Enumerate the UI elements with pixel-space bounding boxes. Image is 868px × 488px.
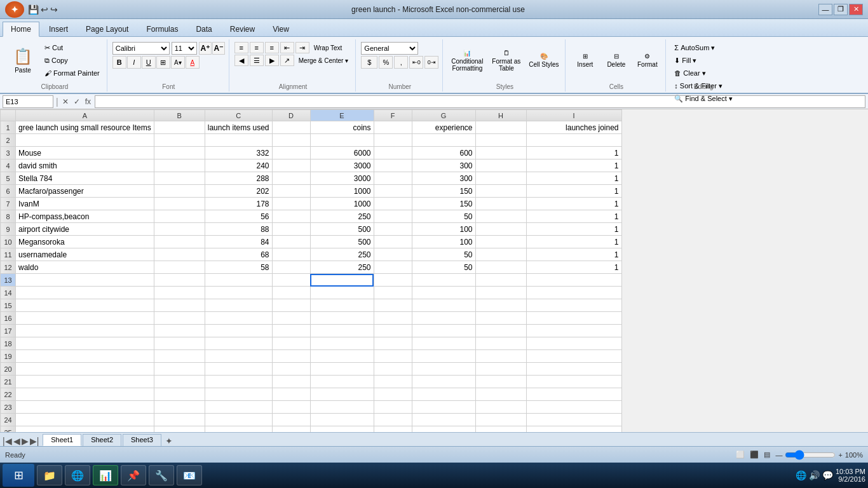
cell-i6[interactable]: 1 bbox=[526, 185, 621, 198]
cell-d12[interactable] bbox=[272, 261, 310, 274]
cell-g4[interactable]: 300 bbox=[412, 159, 475, 172]
cell-a22[interactable] bbox=[16, 388, 154, 401]
cell-c17[interactable] bbox=[205, 325, 272, 337]
cell-d9[interactable] bbox=[272, 223, 310, 236]
cell-g17[interactable] bbox=[412, 325, 475, 337]
cell-g2[interactable] bbox=[412, 134, 475, 147]
normal-view-button[interactable]: ⬜ bbox=[736, 451, 745, 459]
cell-c12[interactable]: 58 bbox=[205, 261, 272, 274]
cell-g6[interactable]: 150 bbox=[412, 185, 475, 198]
cell-f10[interactable] bbox=[374, 236, 412, 248]
cell-b14[interactable] bbox=[154, 287, 205, 299]
tab-review[interactable]: Review bbox=[222, 22, 263, 36]
save-button[interactable]: 💾 bbox=[28, 4, 39, 15]
sheet-tab-sheet1[interactable]: Sheet1 bbox=[43, 434, 81, 446]
undo-button[interactable]: ↩ bbox=[41, 4, 48, 15]
cell-styles-button[interactable]: 🎨 Cell Styles bbox=[526, 42, 561, 79]
cell-e23[interactable] bbox=[310, 401, 374, 414]
col-header-f[interactable]: F bbox=[374, 110, 412, 121]
cell-a8[interactable]: HP-compass,beacon bbox=[16, 210, 154, 223]
cell-b7[interactable] bbox=[154, 198, 205, 210]
cell-b3[interactable] bbox=[154, 147, 205, 159]
cell-f16[interactable] bbox=[374, 312, 412, 325]
cell-i2[interactable] bbox=[526, 134, 621, 147]
taskbar-excel[interactable]: 📊 bbox=[93, 465, 118, 485]
cell-g13[interactable] bbox=[412, 274, 475, 287]
cell-a1[interactable]: gree launch using small resource Items bbox=[16, 121, 154, 134]
cell-c7[interactable]: 178 bbox=[205, 198, 272, 210]
cell-d24[interactable] bbox=[272, 414, 310, 426]
cell-a6[interactable]: Macfaro/passenger bbox=[16, 185, 154, 198]
cell-i22[interactable] bbox=[526, 388, 621, 401]
cell-g3[interactable]: 600 bbox=[412, 147, 475, 159]
delete-cells-button[interactable]: ⊟ Delete bbox=[602, 42, 630, 79]
cell-c19[interactable] bbox=[205, 350, 272, 363]
cell-a21[interactable] bbox=[16, 376, 154, 388]
paste-button[interactable]: 📋 Paste bbox=[6, 42, 39, 79]
cell-a16[interactable] bbox=[16, 312, 154, 325]
increase-indent-button[interactable]: ⇥ bbox=[295, 42, 309, 53]
cell-a5[interactable]: Stella 784 bbox=[16, 172, 154, 185]
cell-h17[interactable] bbox=[475, 325, 526, 337]
cell-b25[interactable] bbox=[154, 426, 205, 433]
cell-g16[interactable] bbox=[412, 312, 475, 325]
cell-e2[interactable] bbox=[310, 134, 374, 147]
cell-i11[interactable]: 1 bbox=[526, 248, 621, 261]
tab-formulas[interactable]: Formulas bbox=[138, 22, 186, 36]
cell-b15[interactable] bbox=[154, 299, 205, 312]
fill-color-button[interactable]: A▾ bbox=[171, 56, 185, 69]
cell-d6[interactable] bbox=[272, 185, 310, 198]
cell-c2[interactable] bbox=[205, 134, 272, 147]
font-color-button[interactable]: A bbox=[186, 56, 200, 69]
find-select-button[interactable]: 🔍 Find & Select ▾ bbox=[671, 93, 735, 104]
bold-button[interactable]: B bbox=[112, 56, 126, 69]
align-top-right-button[interactable]: ≡ bbox=[265, 42, 279, 53]
cell-c4[interactable]: 240 bbox=[205, 159, 272, 172]
cell-g20[interactable] bbox=[412, 363, 475, 376]
cell-a19[interactable] bbox=[16, 350, 154, 363]
tray-action-center[interactable]: 💬 bbox=[822, 470, 833, 480]
cell-h15[interactable] bbox=[475, 299, 526, 312]
cell-b19[interactable] bbox=[154, 350, 205, 363]
cell-f14[interactable] bbox=[374, 287, 412, 299]
cell-b1[interactable] bbox=[154, 121, 205, 134]
cell-d22[interactable] bbox=[272, 388, 310, 401]
cell-g25[interactable] bbox=[412, 426, 475, 433]
cell-e10[interactable]: 500 bbox=[310, 236, 374, 248]
cell-h12[interactable] bbox=[475, 261, 526, 274]
cell-d25[interactable] bbox=[272, 426, 310, 433]
cell-c10[interactable]: 84 bbox=[205, 236, 272, 248]
copy-button[interactable]: ⧉ Copy bbox=[41, 55, 103, 66]
align-right-button[interactable]: ▶ bbox=[265, 55, 279, 66]
cell-i21[interactable] bbox=[526, 376, 621, 388]
cell-i7[interactable]: 1 bbox=[526, 198, 621, 210]
sheet-nav-next[interactable]: ▶ bbox=[22, 436, 29, 446]
insert-cells-button[interactable]: ⊞ Insert bbox=[571, 42, 599, 79]
spreadsheet-scroll-area[interactable]: A B C D E F G H I 1gree launch using sma… bbox=[0, 109, 868, 432]
cell-a24[interactable] bbox=[16, 414, 154, 426]
col-header-g[interactable]: G bbox=[412, 110, 475, 121]
cell-h2[interactable] bbox=[475, 134, 526, 147]
cell-g14[interactable] bbox=[412, 287, 475, 299]
cell-c11[interactable]: 68 bbox=[205, 248, 272, 261]
cell-e12[interactable]: 250 bbox=[310, 261, 374, 274]
cell-d10[interactable] bbox=[272, 236, 310, 248]
align-center-button[interactable]: ☰ bbox=[250, 55, 264, 66]
merge-center-button[interactable]: Merge & Center ▾ bbox=[295, 55, 352, 66]
underline-button[interactable]: U bbox=[142, 56, 156, 69]
cell-a13[interactable] bbox=[16, 274, 154, 287]
cell-g7[interactable]: 150 bbox=[412, 198, 475, 210]
cell-c24[interactable] bbox=[205, 414, 272, 426]
tab-insert[interactable]: Insert bbox=[41, 22, 76, 36]
select-all-button[interactable] bbox=[1, 110, 16, 121]
format-as-table-button[interactable]: 🗒 Format as Table bbox=[489, 42, 524, 79]
zoom-in-button[interactable]: + bbox=[838, 451, 842, 459]
cell-h22[interactable] bbox=[475, 388, 526, 401]
cell-i5[interactable]: 1 bbox=[526, 172, 621, 185]
close-button[interactable]: ✕ bbox=[849, 4, 863, 15]
cell-i23[interactable] bbox=[526, 401, 621, 414]
cell-h7[interactable] bbox=[475, 198, 526, 210]
cell-e7[interactable]: 1000 bbox=[310, 198, 374, 210]
cell-h20[interactable] bbox=[475, 363, 526, 376]
cell-b20[interactable] bbox=[154, 363, 205, 376]
